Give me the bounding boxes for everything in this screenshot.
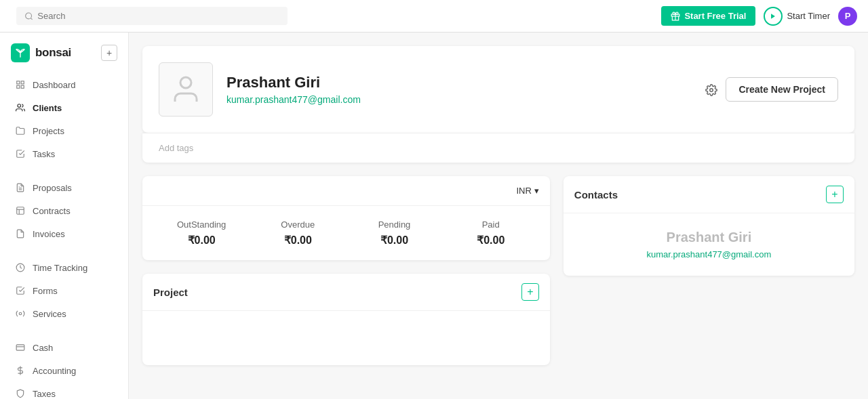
sidebar: bonsai + Dashboard Clients: [0, 33, 129, 399]
svg-rect-17: [16, 345, 24, 350]
client-name: Prashant Giri: [226, 74, 692, 91]
start-timer-button[interactable]: Start Timer: [764, 7, 830, 26]
stats-grid: OutStanding ₹0.00 Overdue ₹0.00 Pending …: [142, 206, 550, 260]
sidebar-label-forms: Forms: [33, 286, 58, 296]
sidebar-label-cash: Cash: [33, 343, 53, 353]
taxes-icon: [15, 388, 26, 399]
sidebar-item-forms[interactable]: Forms: [4, 280, 124, 301]
svg-rect-8: [21, 85, 24, 88]
sidebar-label-contracts: Contracts: [33, 206, 71, 216]
svg-rect-12: [17, 207, 24, 215]
client-avatar: [159, 62, 213, 117]
start-free-trial-button[interactable]: Start Free Trial: [661, 6, 755, 26]
stat-outstanding: OutStanding ₹0.00: [153, 219, 250, 247]
stat-overdue: Overdue ₹0.00: [250, 219, 346, 247]
bonsai-logo-icon: [11, 43, 30, 62]
svg-point-0: [26, 13, 32, 19]
contact-email: kumar.prashant477@gmail.com: [574, 249, 844, 259]
svg-line-1: [31, 18, 32, 19]
search-input[interactable]: [37, 11, 279, 21]
left-column: INR ▾ OutStanding ₹0.00 Overdue ₹0.00: [142, 176, 550, 365]
project-content: [142, 311, 550, 365]
sidebar-item-contracts[interactable]: Contracts: [4, 200, 124, 222]
svg-marker-4: [772, 14, 776, 19]
topbar-right: Start Free Trial Start Timer P: [661, 6, 857, 26]
svg-point-23: [710, 89, 713, 92]
sidebar-label-services: Services: [33, 309, 66, 319]
dashboard-icon: [15, 79, 26, 90]
client-email: kumar.prashant477@gmail.com: [226, 94, 692, 105]
accounting-icon: [15, 365, 26, 376]
sidebar-item-tasks[interactable]: Tasks: [4, 143, 124, 165]
projects-icon: [15, 125, 26, 136]
bonsai-wordmark: bonsai: [35, 46, 71, 60]
cash-icon: [15, 342, 26, 353]
sidebar-label-dashboard: Dashboard: [33, 80, 76, 90]
contracts-icon: [15, 205, 26, 216]
sidebar-item-proposals[interactable]: Proposals: [4, 177, 124, 198]
stat-pending: Pending ₹0.00: [346, 219, 442, 247]
client-settings-button[interactable]: [705, 83, 717, 97]
sidebar-add-button[interactable]: +: [101, 45, 117, 61]
forms-icon: [15, 285, 26, 296]
svg-point-16: [19, 312, 22, 315]
stat-paid: Paid ₹0.00: [443, 219, 539, 247]
sidebar-item-cash[interactable]: Cash: [4, 337, 124, 358]
services-icon: [15, 308, 26, 319]
sidebar-item-projects[interactable]: Projects: [4, 120, 124, 142]
svg-rect-7: [17, 85, 20, 88]
sidebar-item-accounting[interactable]: Accounting: [4, 360, 124, 381]
tasks-icon: [15, 148, 26, 159]
currency-selector[interactable]: INR ▾: [516, 186, 538, 196]
sidebar-logo: bonsai +: [0, 41, 128, 73]
contact-name: Prashant Giri: [574, 230, 844, 245]
topbar: Start Free Trial Start Timer P: [0, 0, 868, 33]
contacts-card: Contacts + Prashant Giri kumar.prashant4…: [564, 176, 854, 276]
client-card: Prashant Giri kumar.prashant477@gmail.co…: [142, 46, 854, 133]
search-icon: [24, 12, 33, 21]
play-icon: [764, 7, 783, 26]
sidebar-label-taxes: Taxes: [33, 389, 56, 399]
sidebar-label-time-tracking: Time Tracking: [33, 263, 87, 273]
tags-bar[interactable]: Add tags: [142, 133, 854, 163]
contact-entry: Prashant Giri kumar.prashant477@gmail.co…: [564, 213, 854, 276]
sidebar-item-dashboard[interactable]: Dashboard: [4, 74, 124, 96]
search-bar[interactable]: [16, 7, 288, 25]
sidebar-item-services[interactable]: Services: [4, 303, 124, 324]
main-content: Prashant Giri kumar.prashant477@gmail.co…: [129, 33, 868, 399]
project-card: Project +: [142, 274, 550, 365]
add-contact-button[interactable]: +: [826, 186, 844, 203]
svg-rect-6: [21, 81, 24, 84]
time-tracking-icon: [15, 262, 26, 273]
sidebar-label-proposals: Proposals: [33, 183, 72, 193]
project-card-title: Project: [153, 287, 188, 298]
svg-rect-5: [17, 81, 20, 84]
sidebar-label-tasks: Tasks: [33, 149, 55, 159]
gear-icon: [705, 84, 717, 96]
svg-point-22: [180, 77, 191, 88]
gift-icon: [671, 12, 680, 21]
invoices-icon: [15, 228, 26, 239]
user-avatar[interactable]: P: [838, 7, 857, 26]
client-info: Prashant Giri kumar.prashant477@gmail.co…: [226, 74, 692, 105]
add-project-button[interactable]: +: [521, 283, 539, 301]
sidebar-label-invoices: Invoices: [33, 229, 65, 239]
sidebar-item-clients[interactable]: Clients: [4, 97, 124, 119]
right-column: Contacts + Prashant Giri kumar.prashant4…: [564, 176, 854, 365]
sidebar-label-accounting: Accounting: [33, 366, 76, 376]
clients-icon: [15, 102, 26, 113]
proposals-icon: [15, 182, 26, 193]
sidebar-item-taxes[interactable]: Taxes: [4, 383, 124, 399]
create-new-project-button[interactable]: Create New Project: [726, 77, 838, 102]
contacts-header: Contacts +: [564, 176, 854, 213]
stats-card: INR ▾ OutStanding ₹0.00 Overdue ₹0.00: [142, 176, 550, 260]
contacts-title: Contacts: [574, 189, 618, 201]
sidebar-label-projects: Projects: [33, 126, 64, 136]
sidebar-item-invoices[interactable]: Invoices: [4, 223, 124, 245]
sidebar-item-time-tracking[interactable]: Time Tracking: [4, 257, 124, 278]
app-layout: bonsai + Dashboard Clients: [0, 33, 868, 399]
bottom-row: INR ▾ OutStanding ₹0.00 Overdue ₹0.00: [142, 176, 854, 365]
sidebar-label-clients: Clients: [33, 103, 62, 113]
client-actions: Create New Project: [705, 77, 838, 102]
svg-point-9: [18, 104, 21, 108]
